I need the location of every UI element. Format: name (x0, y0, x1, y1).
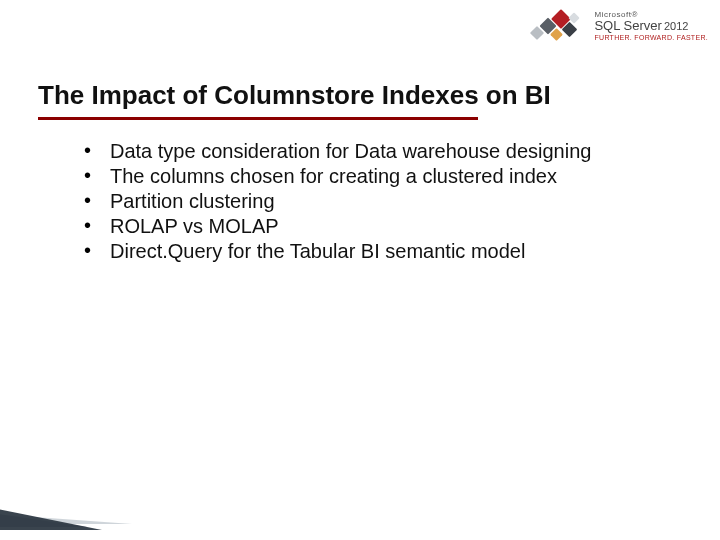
brand-product: SQL Server (594, 19, 661, 32)
slide-title: The Impact of Columnstore Indexes on BI (38, 80, 682, 117)
list-item: Partition clustering (80, 189, 672, 213)
brand-year: 2012 (664, 21, 688, 32)
brand-text: Microsoft® SQL Server 2012 FURTHER. FORW… (594, 11, 708, 41)
title-underline (38, 117, 478, 120)
bullet-list: Data type consideration for Data warehou… (80, 138, 672, 264)
slide: Microsoft® SQL Server 2012 FURTHER. FORW… (0, 0, 720, 540)
brand-logo: Microsoft® SQL Server 2012 FURTHER. FORW… (524, 6, 708, 46)
corner-graphic-icon (0, 490, 142, 530)
cubes-icon (524, 6, 586, 46)
brand-tagline: FURTHER. FORWARD. FASTER. (594, 34, 708, 41)
list-item: Direct.Query for the Tabular BI semantic… (80, 239, 672, 263)
title-block: The Impact of Columnstore Indexes on BI (38, 80, 682, 120)
list-item: Data type consideration for Data warehou… (80, 139, 672, 163)
list-item: ROLAP vs MOLAP (80, 214, 672, 238)
list-item: The columns chosen for creating a cluste… (80, 164, 672, 188)
